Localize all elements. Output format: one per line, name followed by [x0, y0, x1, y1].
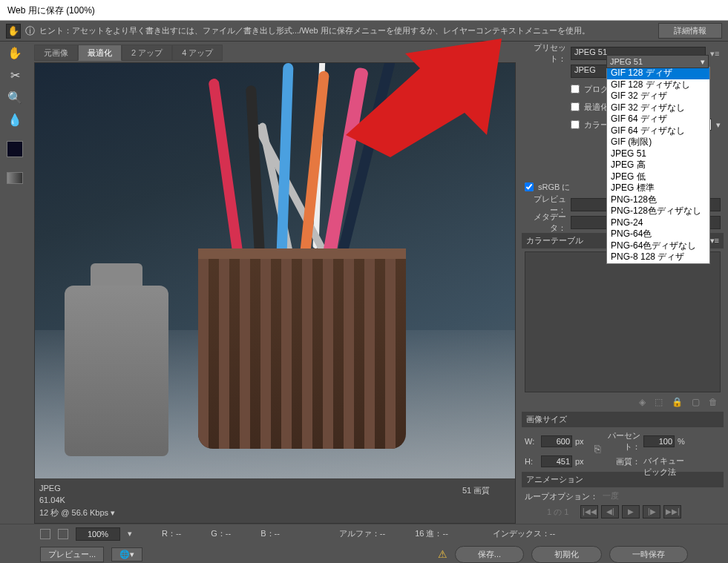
preset-option[interactable]: PNG-8 128 ディザ — [607, 251, 709, 263]
browser-button[interactable]: 🌐▾ — [111, 547, 142, 562]
progressive-checkbox[interactable] — [571, 85, 580, 93]
info-format: JPEG — [39, 482, 115, 495]
tab-optimized[interactable]: 最適化 — [78, 45, 122, 61]
annotation-arrow — [338, 39, 502, 160]
status-bar: ▾ R：-- G：-- B：-- アルファ：-- 16 進：-- インデックス：… — [0, 524, 728, 543]
preset-combo-open[interactable]: JPEG 51▾ — [606, 55, 709, 68]
detail-info-button[interactable]: 詳細情報 — [658, 23, 722, 39]
window-title-bar: Web 用に保存 (100%) — [0, 0, 728, 21]
hint-text: ヒント：アセットをより早く書き出すには、ファイル／書き出し形式.../Web 用… — [39, 25, 590, 36]
time-dropdown-icon[interactable]: ▾ — [111, 508, 115, 517]
preset-option[interactable]: JPEG 標準 — [607, 182, 709, 194]
diamond-icon[interactable]: ◈ — [639, 397, 646, 407]
tool-column: ✋ ✂ 🔍 💧 — [0, 42, 30, 524]
preset-option[interactable]: JPEG 低 — [607, 171, 709, 183]
zoom-dropdown-icon[interactable]: ▾ — [128, 529, 132, 539]
plus-icon[interactable] — [58, 529, 68, 539]
metadata-label: メタデータ： — [525, 211, 566, 234]
preset-option[interactable]: GIF 32 ディザ — [607, 90, 709, 102]
prev-frame-button[interactable]: ◀| — [601, 505, 619, 518]
tab-original[interactable]: 元画像 — [34, 45, 78, 61]
loop-label: ループオプション： — [525, 491, 598, 502]
preset-option[interactable]: JPEG 51 — [607, 148, 709, 160]
eyedropper-tool[interactable]: 💧 — [7, 113, 22, 128]
quality-label: 画質： — [605, 456, 640, 467]
window-title: Web 用に保存 (100%) — [7, 5, 95, 16]
optimize-label: 最適化 — [584, 102, 609, 113]
preset-option[interactable]: JPEG 高 — [607, 159, 709, 171]
link-icon[interactable]: ⎘ — [593, 443, 602, 455]
next-frame-button[interactable]: |▶ — [643, 505, 660, 518]
first-frame-button[interactable]: |◀◀ — [580, 505, 598, 518]
toggle-swatch[interactable] — [7, 172, 23, 184]
matte-dropdown-icon[interactable]: ▾ — [716, 120, 721, 130]
last-frame-button[interactable]: ▶▶| — [663, 505, 681, 518]
cube-icon[interactable]: ⬚ — [655, 397, 663, 407]
preset-option[interactable]: GIF 128 ディザなし — [607, 79, 709, 91]
h-label: H: — [525, 457, 538, 466]
preset-dropdown: GIF 128 ディザGIF 128 ディザなしGIF 32 ディザGIF 32… — [606, 67, 710, 264]
info-time: 12 秒 @ 56.6 Kbps — [39, 508, 108, 517]
preview-button[interactable]: プレビュー... — [40, 547, 104, 562]
g-value: G：-- — [211, 528, 231, 539]
info-size: 61.04K — [39, 494, 115, 507]
preset-option[interactable]: GIF 64 ディザ — [607, 113, 709, 125]
hand-tool[interactable]: ✋ — [7, 46, 22, 61]
lock-icon[interactable]: 🔒 — [672, 397, 683, 407]
preset-option[interactable]: GIF 32 ディザなし — [607, 102, 709, 114]
slice-tool[interactable]: ✂ — [7, 68, 22, 83]
svg-marker-0 — [346, 39, 502, 157]
preset-option[interactable]: PNG-128色ディザなし — [607, 205, 709, 217]
percent-input[interactable] — [643, 435, 675, 447]
minus-icon[interactable] — [40, 529, 50, 539]
hand-tool-icon[interactable]: ✋ — [6, 24, 21, 39]
color-table — [525, 251, 721, 392]
zoom-input[interactable] — [76, 527, 120, 541]
temp-save-button[interactable]: 一時保存 — [609, 546, 688, 563]
preset-option[interactable]: PNG-128色 — [607, 194, 709, 206]
index-value: インデックス：-- — [493, 528, 555, 539]
preset-option[interactable]: GIF 64 ディザなし — [607, 125, 709, 137]
width-input[interactable] — [541, 435, 572, 447]
play-button[interactable]: ▶ — [622, 505, 640, 518]
image-info: JPEG 61.04K 12 秒 @ 56.6 Kbps ▾ 51 画質 — [39, 482, 115, 519]
trash-icon[interactable]: 🗑 — [709, 397, 718, 407]
height-input[interactable] — [541, 455, 572, 467]
warning-icon: ⚠ — [438, 548, 447, 560]
colortable-menu-icon[interactable]: ▾≡ — [710, 236, 719, 246]
preset-menu-icon[interactable]: ▾≡ — [710, 49, 721, 59]
image-size-header: 画像サイズ — [522, 412, 724, 427]
frame-counter: 1 の 1 — [547, 507, 568, 518]
preset-option[interactable]: GIF (制限) — [607, 136, 709, 148]
alpha-value: アルファ：-- — [339, 528, 385, 539]
tab-4up[interactable]: 4 アップ — [172, 45, 223, 61]
optimize-checkbox[interactable] — [571, 102, 580, 111]
preset-option[interactable]: PNG-64色ディザなし — [607, 240, 709, 252]
colorprofile-checkbox[interactable] — [571, 120, 580, 129]
percent-label: パーセント： — [605, 430, 640, 452]
save-button[interactable]: 保存... — [455, 546, 524, 563]
zoom-tool[interactable]: 🔍 — [7, 90, 22, 105]
quality-select[interactable]: バイキュービック法 — [643, 455, 686, 467]
animation-header: アニメーション — [522, 472, 724, 487]
srgb-checkbox[interactable] — [525, 182, 534, 191]
preset-label: プリセット： — [525, 42, 566, 65]
srgb-label: sRGB に — [538, 182, 570, 193]
b-value: B：-- — [260, 528, 280, 539]
info-quality: 51 画質 — [462, 484, 490, 497]
w-label: W: — [525, 437, 538, 446]
r-value: R：-- — [162, 528, 181, 539]
preset-option[interactable]: GIF 128 ディザ — [607, 68, 709, 79]
preset-option[interactable]: PNG-64色 — [607, 228, 709, 240]
loop-select[interactable]: 一度 — [603, 490, 721, 502]
tab-2up[interactable]: 2 アップ — [122, 45, 172, 61]
hex-value: 16 進：-- — [415, 528, 448, 539]
info-icon: ⓘ — [25, 24, 35, 38]
reset-button[interactable]: 初期化 — [531, 546, 602, 563]
new-icon[interactable]: ▢ — [692, 397, 700, 407]
preset-option[interactable]: PNG-24 — [607, 217, 709, 229]
foreground-swatch[interactable] — [7, 141, 23, 157]
action-bar: プレビュー... 🌐▾ ⚠ 保存... 初期化 一時保存 — [0, 543, 728, 563]
